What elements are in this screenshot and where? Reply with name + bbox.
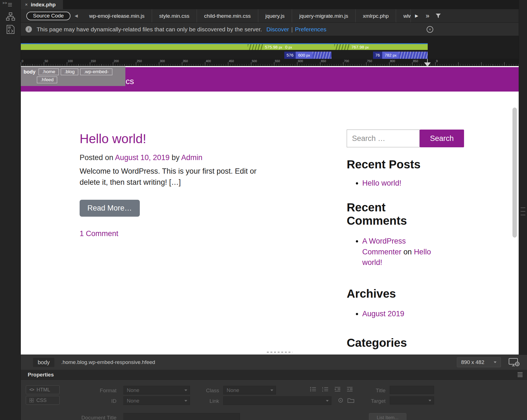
comments-link[interactable]: 1 Comment	[80, 229, 118, 238]
read-more-button[interactable]: Read More…	[80, 200, 140, 217]
related-file-tab[interactable]: wlw	[396, 9, 411, 22]
overflow-files-icon[interactable]: »	[422, 12, 433, 20]
related-file-tab[interactable]: style.min.css	[152, 9, 197, 22]
panel-expander-icon[interactable]: >>	[2, 1, 7, 5]
discover-link[interactable]: Discover	[266, 26, 289, 33]
ordered-list-icon[interactable]	[322, 386, 329, 392]
ruler-label: 250	[136, 59, 159, 66]
related-file-tab[interactable]: jquery.js	[258, 9, 292, 22]
scroll-files-right-icon[interactable]: ▶	[411, 13, 422, 18]
media-query-range-2[interactable]: 76 782px	[373, 52, 428, 59]
chevron-down-icon	[326, 400, 329, 402]
browse-folder-icon[interactable]	[348, 398, 354, 403]
point-to-file-icon[interactable]	[338, 397, 344, 403]
link-separator: |	[291, 26, 293, 33]
code-snippet-panel-icon[interactable]	[6, 24, 16, 34]
media-query-range-1[interactable]: 576 600px	[284, 52, 331, 59]
tag-class-hfeed[interactable]: .hfeed	[37, 77, 57, 83]
status-selector-path[interactable]: .home.blog.wp-embed-responsive.hfeed	[61, 359, 155, 365]
properties-panel-body: <> HTML CSS Format None ID None Class No…	[21, 380, 527, 420]
document-title-label: Document Title	[71, 415, 116, 420]
post-title[interactable]: Hello world!	[80, 131, 274, 146]
related-file-tab[interactable]: jquery-migrate.min.js	[292, 9, 355, 22]
post-excerpt: Welcome to WordPress. This is your first…	[80, 166, 274, 188]
properties-panel-header[interactable]: Properties	[21, 370, 527, 380]
panel-menu-icon[interactable]	[8, 3, 12, 6]
list-item: Hello world!	[362, 178, 480, 188]
left-panel-rail: >>	[0, 0, 21, 420]
chevron-down-icon	[494, 361, 496, 363]
close-tab-icon[interactable]: ×	[25, 2, 28, 7]
green-chevrons-left	[248, 44, 263, 50]
viewport-scrubber-handle[interactable]	[424, 62, 431, 67]
ruler-label: 50	[44, 59, 67, 66]
search-button[interactable]: Search	[420, 130, 464, 147]
post-author-link[interactable]: Admin	[181, 153, 202, 162]
link-label: Link	[196, 398, 219, 404]
css-button-label: CSS	[36, 398, 47, 403]
ruler-label: 500	[251, 59, 274, 66]
tag-class-blog[interactable]: .blog	[61, 69, 78, 75]
recent-comments-list: A WordPress Commenter on Hello world!	[347, 236, 480, 268]
status-bar: body .home.blog.wp-embed-responsive.hfee…	[21, 355, 527, 370]
tag-body[interactable]: body	[24, 69, 36, 75]
list-item-button[interactable]: List Item...	[369, 413, 406, 420]
post-meta: Posted on August 10, 2019 by Admin	[80, 153, 274, 162]
id-select[interactable]: None	[123, 396, 190, 405]
class-select[interactable]: None	[223, 386, 276, 394]
dock-grip-handle[interactable]	[521, 208, 525, 215]
preferences-link[interactable]: Preferences	[295, 26, 326, 33]
tag-class-home[interactable]: .home	[39, 69, 59, 75]
search-input[interactable]	[347, 130, 420, 147]
site-title[interactable]: cs	[126, 77, 134, 86]
tag-selector-row: .hfeed	[37, 77, 125, 83]
related-file-tab[interactable]: child-theme.min.css	[197, 9, 258, 22]
archives-heading: Archives	[347, 287, 480, 300]
viewport-marker-line	[427, 59, 428, 63]
html-mode-button[interactable]: <> HTML	[26, 385, 60, 394]
unordered-list-icon[interactable]	[310, 386, 316, 392]
document-title-input[interactable]	[123, 413, 240, 420]
tag-selector-row: body .home .blog .wp-embed-	[24, 69, 125, 75]
panel-menu-icon[interactable]	[518, 372, 523, 377]
code-icon: <>	[29, 387, 34, 392]
filter-files-icon[interactable]	[435, 13, 441, 19]
scroll-files-left-icon[interactable]: ◀	[70, 13, 82, 18]
range-min: 76	[373, 52, 382, 59]
title-input[interactable]	[390, 386, 434, 394]
close-info-bar-icon[interactable]: ×	[427, 26, 433, 33]
related-file-tab[interactable]: wp-emoji-release.min.js	[82, 9, 152, 22]
indent-icon[interactable]	[346, 386, 353, 392]
breakpoint-label: 767.98px	[351, 44, 369, 50]
viewport-size-dropdown[interactable]: 890 x 482	[457, 357, 501, 367]
format-select[interactable]: None	[123, 386, 190, 394]
tag-class-wp-embed[interactable]: .wp-embed-	[80, 69, 112, 75]
device-preview-icon[interactable]	[509, 358, 520, 366]
related-file-tab[interactable]: xmlrpc.php	[355, 9, 396, 22]
horizontal-scrollbar[interactable]	[267, 351, 292, 353]
archives-list: August 2019	[347, 308, 480, 319]
comment-author-link[interactable]: A WordPress Commenter	[362, 237, 406, 256]
green-chevrons-right	[334, 44, 350, 50]
source-code-button[interactable]: Source Code	[26, 12, 70, 20]
recent-posts-list: Hello world!	[347, 178, 480, 188]
outdent-icon[interactable]	[334, 386, 341, 392]
chevron-down-icon	[184, 400, 187, 402]
breakpoint-label: 575.98px	[265, 44, 282, 50]
media-query-bar-green[interactable]: 575.98px 0px 767.98px	[21, 44, 428, 50]
recent-post-link[interactable]: Hello world!	[362, 179, 401, 187]
status-tag-body[interactable]: body	[33, 358, 54, 367]
vertical-scrollbar[interactable]	[513, 108, 517, 237]
css-mode-button[interactable]: CSS	[26, 396, 60, 405]
dom-panel-icon[interactable]	[6, 12, 16, 22]
link-combo-input[interactable]	[223, 396, 331, 405]
breakpoint-label: 0px	[285, 44, 292, 50]
recent-posts-heading: Recent Posts	[347, 158, 480, 171]
tab-index-php[interactable]: × index.php	[21, 0, 63, 9]
post-date-link[interactable]: August 10, 2019	[115, 153, 170, 162]
archive-link[interactable]: August 2019	[362, 310, 404, 318]
target-select[interactable]	[390, 396, 434, 404]
comment-on-text: on	[404, 248, 412, 256]
range-max: 600px	[296, 52, 313, 59]
id-value: None	[127, 398, 139, 404]
